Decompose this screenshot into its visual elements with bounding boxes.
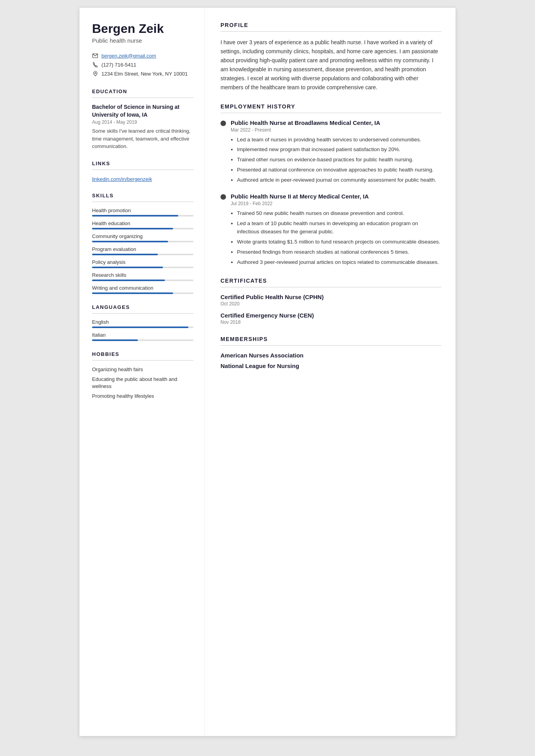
skill-item: Writing and communication bbox=[92, 285, 193, 294]
certs-list: Certified Public Health Nurse (CPHN) Oct… bbox=[221, 294, 441, 325]
skill-bar-bg bbox=[92, 280, 193, 281]
language-bar-bg bbox=[92, 327, 193, 328]
language-item: English bbox=[92, 319, 193, 328]
skill-bar-bg bbox=[92, 215, 193, 217]
memberships-section: MEMBERSHIPS American Nurses AssociationN… bbox=[221, 336, 441, 369]
skill-bar-fill bbox=[92, 241, 168, 242]
skill-name: Community organizing bbox=[92, 233, 193, 239]
education-divider bbox=[92, 97, 193, 98]
cert-name: Certified Public Health Nurse (CPHN) bbox=[221, 294, 441, 300]
language-name: English bbox=[92, 319, 193, 325]
skill-item: Health promotion bbox=[92, 207, 193, 217]
language-bar-fill bbox=[92, 327, 188, 328]
certificates-section-title: CERTIFICATES bbox=[221, 278, 441, 284]
hobby-item: Promoting healthy lifestyles bbox=[92, 393, 193, 400]
skill-name: Health education bbox=[92, 220, 193, 226]
skills-section: SKILLS Health promotion Health education… bbox=[92, 193, 193, 294]
skill-item: Health education bbox=[92, 220, 193, 229]
hobby-item: Educating the public about health and we… bbox=[92, 376, 193, 390]
skill-name: Writing and communication bbox=[92, 285, 193, 291]
linkedin-link[interactable]: linkedin.com/in/bergenzeik bbox=[92, 175, 193, 182]
job-header: Public Health Nurse at Broadlawns Medica… bbox=[221, 119, 441, 126]
languages-divider bbox=[92, 313, 193, 314]
membership-entry: National League for Nursing bbox=[221, 363, 441, 369]
membership-name: National League for Nursing bbox=[221, 363, 441, 369]
hobbies-divider bbox=[92, 360, 193, 361]
cert-date: Oct 2020 bbox=[221, 301, 441, 307]
job-title: Public Health Nurse II at Mercy Medical … bbox=[231, 193, 369, 200]
links-section: LINKS linkedin.com/in/bergenzeik bbox=[92, 161, 193, 182]
skill-bar-bg bbox=[92, 241, 193, 242]
resume-container: Bergen Zeik Public health nurse bergen.z… bbox=[80, 8, 455, 736]
job-bullets: Trained 50 new public health nurses on d… bbox=[231, 209, 441, 267]
job-bullet: Led a team of 10 public health nurses in… bbox=[237, 220, 441, 236]
skill-bar-fill bbox=[92, 267, 163, 268]
candidate-name: Bergen Zeik bbox=[92, 22, 193, 36]
job-dates: Mar 2022 - Present bbox=[231, 127, 441, 133]
languages-section: LANGUAGES English Italian bbox=[92, 304, 193, 341]
education-section: EDUCATION Bachelor of Science in Nursing… bbox=[92, 88, 193, 150]
skill-name: Health promotion bbox=[92, 207, 193, 213]
edu-description: Some skills I've learned are critical th… bbox=[92, 127, 193, 150]
skills-section-title: SKILLS bbox=[92, 193, 193, 198]
job-bullet: Presented at national conference on inno… bbox=[237, 166, 441, 174]
job-bullet: Authored 3 peer-reviewed journal article… bbox=[237, 258, 441, 267]
language-bar-bg bbox=[92, 339, 193, 341]
job-bullets: Led a team of nurses in providing health… bbox=[231, 136, 441, 185]
languages-list: English Italian bbox=[92, 319, 193, 341]
contact-phone: (127) 716-5411 bbox=[92, 61, 193, 68]
skill-bar-bg bbox=[92, 267, 193, 268]
edu-dates: Aug 2014 - May 2019 bbox=[92, 119, 193, 125]
hobby-item: Organizing health fairs bbox=[92, 366, 193, 373]
edu-degree: Bachelor of Science in Nursing at Univer… bbox=[92, 103, 193, 119]
cert-entry: Certified Emergency Nurse (CEN) Nov 2018 bbox=[221, 312, 441, 325]
memberships-divider bbox=[221, 345, 441, 346]
jobs-list: Public Health Nurse at Broadlawns Medica… bbox=[221, 119, 441, 267]
candidate-title: Public health nurse bbox=[92, 37, 193, 44]
email-icon bbox=[92, 52, 98, 59]
hobbies-list: Organizing health fairsEducating the pub… bbox=[92, 366, 193, 400]
skill-name: Research skills bbox=[92, 272, 193, 278]
job-bullet: Wrote grants totaling $1.5 million to fu… bbox=[237, 238, 441, 246]
job-bullet: Authored article in peer-reviewed journa… bbox=[237, 176, 441, 184]
job-bullet: Trained other nurses on evidence-based p… bbox=[237, 156, 441, 164]
language-bar-fill bbox=[92, 339, 138, 341]
hobbies-section: HOBBIES Organizing health fairsEducating… bbox=[92, 351, 193, 400]
job-dates: Jul 2019 - Feb 2022 bbox=[231, 201, 441, 206]
employment-section-title: EMPLOYMENT HISTORY bbox=[221, 103, 441, 110]
skill-bar-fill bbox=[92, 292, 173, 294]
links-divider bbox=[92, 170, 193, 170]
job-bullet: Implemented new program that increased p… bbox=[237, 146, 441, 154]
skill-item: Research skills bbox=[92, 272, 193, 281]
job-bullet: Led a team of nurses in providing health… bbox=[237, 136, 441, 144]
cert-name: Certified Emergency Nurse (CEN) bbox=[221, 312, 441, 319]
svg-point-1 bbox=[95, 72, 96, 74]
phone-icon bbox=[92, 61, 98, 68]
profile-text: I have over 3 years of experience as a p… bbox=[221, 38, 441, 92]
skill-bar-fill bbox=[92, 280, 165, 281]
profile-section: PROFILE I have over 3 years of experienc… bbox=[221, 22, 441, 92]
contact-list: bergen.zeik@gmail.com (127) 716-5411 bbox=[92, 52, 193, 77]
job-title: Public Health Nurse at Broadlawns Medica… bbox=[231, 119, 380, 126]
skill-name: Policy analysis bbox=[92, 259, 193, 265]
skill-item: Policy analysis bbox=[92, 259, 193, 268]
cert-entry: Certified Public Health Nurse (CPHN) Oct… bbox=[221, 294, 441, 307]
job-dot bbox=[221, 194, 226, 200]
skill-item: Community organizing bbox=[92, 233, 193, 242]
skill-bar-bg bbox=[92, 254, 193, 255]
skill-item: Program evaluation bbox=[92, 246, 193, 255]
memberships-list: American Nurses AssociationNational Leag… bbox=[221, 352, 441, 369]
skill-bar-fill bbox=[92, 215, 178, 217]
certificates-divider bbox=[221, 287, 441, 287]
left-column: Bergen Zeik Public health nurse bergen.z… bbox=[80, 8, 205, 736]
right-column: PROFILE I have over 3 years of experienc… bbox=[205, 8, 455, 736]
contact-email: bergen.zeik@gmail.com bbox=[92, 52, 193, 59]
location-icon bbox=[92, 70, 98, 77]
job-entry: Public Health Nurse II at Mercy Medical … bbox=[221, 193, 441, 267]
skill-bar-fill bbox=[92, 228, 173, 229]
employment-divider bbox=[221, 113, 441, 113]
membership-name: American Nurses Association bbox=[221, 352, 441, 359]
contact-address: 1234 Elm Street, New York, NY 10001 bbox=[92, 70, 193, 77]
education-section-title: EDUCATION bbox=[92, 88, 193, 94]
cert-date: Nov 2018 bbox=[221, 319, 441, 325]
